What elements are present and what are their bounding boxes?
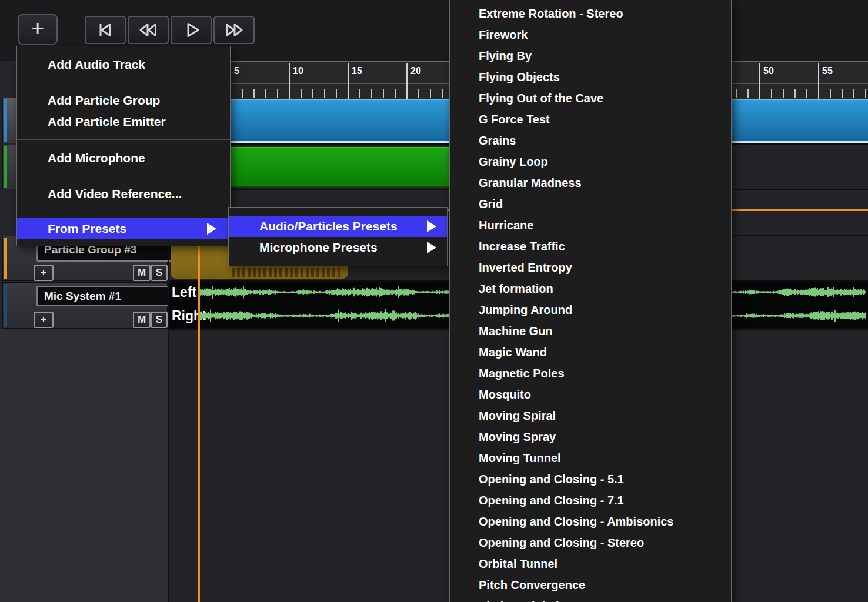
- fast-forward-button[interactable]: [213, 16, 255, 44]
- preset-item-magic-wand[interactable]: Magic Wand: [450, 342, 731, 363]
- ruler-minor-tick: [442, 89, 443, 98]
- menu-item-audio-particles-presets[interactable]: Audio/Particles Presets: [229, 216, 447, 237]
- ruler-major-tick: [348, 63, 349, 99]
- preset-item-opening-and-closing-7-1[interactable]: Opening and Closing - 7.1: [450, 490, 731, 511]
- rewind-button[interactable]: [128, 16, 169, 44]
- preset-item-grainy-loop[interactable]: Grainy Loop: [450, 151, 731, 172]
- submenu-arrow-icon: [427, 220, 436, 232]
- track-color-navy: [4, 284, 7, 327]
- ruler-label-20: 20: [410, 66, 421, 76]
- preset-item-flying-out-of-the-cave[interactable]: Flying Out of the Cave: [450, 88, 731, 109]
- ruler-minor-tick: [865, 89, 866, 98]
- mic-mute-button[interactable]: M: [133, 312, 151, 328]
- preset-item-moving-spray[interactable]: Moving Spray: [450, 426, 731, 447]
- menu-item-add-video-reference[interactable]: Add Video Reference...: [17, 183, 230, 205]
- add-context-menu: Add Audio TrackAdd Particle GroupAdd Par…: [16, 46, 231, 246]
- ruler-minor-tick: [747, 89, 749, 98]
- skip-to-start-icon: [95, 21, 115, 39]
- ruler-minor-tick: [371, 89, 372, 98]
- preset-item-jumping-around[interactable]: Jumping Around: [450, 299, 731, 320]
- preset-item-mosquito[interactable]: Mosquito: [450, 384, 731, 405]
- ruler-label-5: 5: [234, 66, 239, 76]
- ruler-major-tick: [818, 63, 819, 99]
- menu-item-add-particle-group[interactable]: Add Particle Group: [17, 90, 230, 111]
- preset-item-flying-by[interactable]: Flying By: [450, 45, 731, 66]
- menu-item-add-particle-emitter[interactable]: Add Particle Emitter: [17, 111, 230, 132]
- ruler-minor-tick: [771, 89, 772, 98]
- ruler-minor-tick: [324, 89, 325, 98]
- preset-item-opening-and-closing-stereo[interactable]: Opening and Closing - Stereo: [450, 532, 731, 553]
- preset-item-moving-tunnel[interactable]: Moving Tunnel: [450, 447, 731, 469]
- ruler-minor-tick: [277, 89, 278, 98]
- ruler-label-50: 50: [763, 66, 774, 76]
- preset-item-firework[interactable]: Firework: [450, 24, 731, 45]
- ruler-minor-tick: [430, 89, 431, 98]
- ruler-label-10: 10: [293, 66, 303, 76]
- ruler-minor-tick: [806, 89, 807, 98]
- particle-add-button[interactable]: +: [34, 265, 54, 281]
- track-header-panel-empty: [0, 329, 168, 602]
- ruler-minor-tick: [736, 89, 737, 98]
- preset-item-inverted-entropy[interactable]: Inverted Entropy: [450, 257, 731, 278]
- ruler-minor-tick: [253, 89, 255, 98]
- preset-item-orbital-tunnel[interactable]: Orbital Tunnel: [450, 553, 731, 574]
- play-icon: [181, 21, 201, 39]
- ruler-minor-tick: [265, 89, 266, 98]
- preset-item-pitch-convergence[interactable]: Pitch Convergence: [450, 574, 731, 596]
- ruler-label-55: 55: [822, 66, 833, 76]
- play-button[interactable]: [171, 16, 212, 44]
- ruler-minor-tick: [395, 89, 396, 98]
- preset-item-extreme-rotation-stereo[interactable]: Extreme Rotation - Stereo: [450, 3, 731, 24]
- ruler-major-tick: [759, 63, 760, 99]
- ruler-label-15: 15: [352, 66, 362, 76]
- ruler-minor-tick: [301, 89, 302, 98]
- preset-item-magnetic-poles[interactable]: Magnetic Poles: [450, 363, 731, 384]
- submenu-arrow-icon: [207, 223, 216, 235]
- preset-item-hurricane[interactable]: Hurricane: [450, 215, 731, 236]
- mic-add-button[interactable]: +: [34, 312, 54, 328]
- menu-section: Add Video Reference...: [17, 176, 230, 212]
- rewind-icon: [138, 21, 158, 39]
- preset-item-grains[interactable]: Grains: [450, 130, 731, 151]
- track-color-green: [4, 146, 7, 188]
- ruler-minor-tick: [359, 89, 360, 98]
- preset-item-opening-and-closing-ambisonics[interactable]: Opening and Closing - Ambisonics: [450, 511, 731, 532]
- preset-item-increase-traffic[interactable]: Increase Traffic: [450, 236, 731, 257]
- ruler-minor-tick: [418, 89, 419, 98]
- ruler-minor-tick: [853, 89, 854, 98]
- particle-mute-button[interactable]: M: [133, 265, 151, 281]
- ruler-major-tick: [289, 63, 290, 99]
- preset-item-jet-formation[interactable]: Jet formation: [450, 278, 731, 299]
- preset-item-pitch-modulation[interactable]: Pitch Modulation: [450, 596, 731, 602]
- preset-item-machine-gun[interactable]: Machine Gun: [450, 320, 731, 342]
- presets-submenu: Audio/Particles PresetsMicrophone Preset…: [228, 207, 448, 266]
- preset-item-flying-objects[interactable]: Flying Objects: [450, 66, 731, 88]
- ruler-minor-tick: [242, 89, 243, 98]
- mic-track-name-field[interactable]: Mic System #1: [36, 286, 174, 306]
- menu-item-microphone-presets[interactable]: Microphone Presets: [229, 237, 447, 258]
- menu-item-add-microphone[interactable]: Add Microphone: [17, 148, 230, 169]
- preset-item-grid[interactable]: Grid: [450, 193, 731, 215]
- preset-item-opening-and-closing-5-1[interactable]: Opening and Closing - 5.1: [450, 469, 731, 490]
- particle-solo-button[interactable]: S: [151, 265, 168, 281]
- preset-item-moving-spiral[interactable]: Moving Spiral: [450, 405, 731, 426]
- track-color-blue: [4, 99, 7, 142]
- menu-section: Add Particle GroupAdd Particle Emitter: [17, 83, 230, 139]
- menu-item-add-audio-track[interactable]: Add Audio Track: [17, 54, 230, 75]
- preset-list-menu: Extreme Rotation - StereoFireworkFlying …: [449, 0, 732, 602]
- ruler-minor-tick: [312, 89, 313, 98]
- skip-to-start-button[interactable]: [85, 16, 126, 44]
- ruler-minor-tick: [830, 89, 831, 98]
- menu-section: Add Microphone: [17, 139, 230, 176]
- preset-item-granular-madness[interactable]: Granular Madness: [450, 172, 731, 193]
- menu-section: Add Audio Track: [17, 46, 230, 83]
- ruler-minor-tick: [842, 89, 843, 98]
- add-track-button[interactable]: +: [18, 14, 58, 45]
- menu-section: From Presets: [17, 212, 230, 246]
- fast-forward-icon: [224, 21, 244, 39]
- preset-item-g-force-test[interactable]: G Force Test: [450, 109, 731, 130]
- menu-item-from-presets[interactable]: From Presets: [17, 218, 230, 239]
- mic-solo-button[interactable]: S: [151, 312, 168, 328]
- ruler-minor-tick: [794, 89, 796, 98]
- channel-label-left: Left: [172, 283, 196, 301]
